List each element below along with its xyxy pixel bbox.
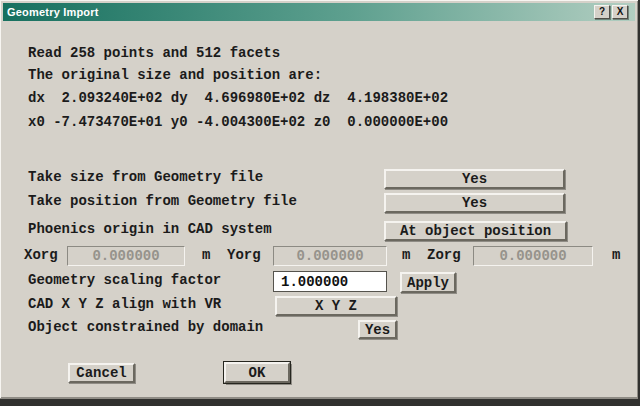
xorg-input	[67, 246, 185, 266]
zorg-input	[473, 246, 593, 266]
constrained-label: Object constrained by domain	[28, 320, 263, 335]
yorg-label: Yorg	[227, 248, 261, 263]
take-size-label: Take size from Geometry file	[28, 170, 263, 185]
take-position-button[interactable]: Yes	[384, 193, 565, 213]
align-xyz-button[interactable]: X Y Z	[275, 296, 397, 316]
xorg-unit: m	[202, 248, 210, 263]
align-label: CAD X Y Z align with VR	[28, 297, 221, 312]
cancel-button[interactable]: Cancel	[68, 363, 135, 383]
yorg-unit: m	[402, 248, 410, 263]
window-title: Geometry Import	[7, 3, 99, 21]
info-size-values: dx 2.093240E+02 dy 4.696980E+02 dz 4.198…	[28, 91, 448, 106]
titlebar[interactable]: Geometry Import ? X	[3, 3, 635, 21]
info-position-values: x0 -7.473470E+01 y0 -4.004300E+02 z0 0.0…	[28, 115, 448, 130]
zorg-label: Zorg	[427, 248, 461, 263]
ok-button[interactable]: OK	[224, 362, 290, 383]
info-points-facets: Read 258 points and 512 facets	[28, 46, 280, 61]
scaling-label: Geometry scaling factor	[28, 273, 221, 288]
take-position-label: Take position from Geometry file	[28, 194, 297, 209]
origin-label: Phoenics origin in CAD system	[28, 222, 272, 237]
close-icon[interactable]: X	[612, 5, 628, 19]
constrained-button[interactable]: Yes	[358, 320, 397, 339]
zorg-unit: m	[612, 248, 620, 263]
info-original-size: The original size and position are:	[28, 68, 322, 83]
xorg-label: Xorg	[24, 248, 58, 263]
scaling-input[interactable]	[273, 271, 387, 292]
help-icon[interactable]: ?	[594, 5, 610, 19]
take-size-button[interactable]: Yes	[384, 169, 565, 189]
apply-button[interactable]: Apply	[400, 272, 456, 293]
geometry-import-dialog: Geometry Import ? X Read 258 points and …	[0, 0, 638, 399]
yorg-input	[273, 246, 387, 266]
origin-button[interactable]: At object position	[384, 221, 567, 241]
